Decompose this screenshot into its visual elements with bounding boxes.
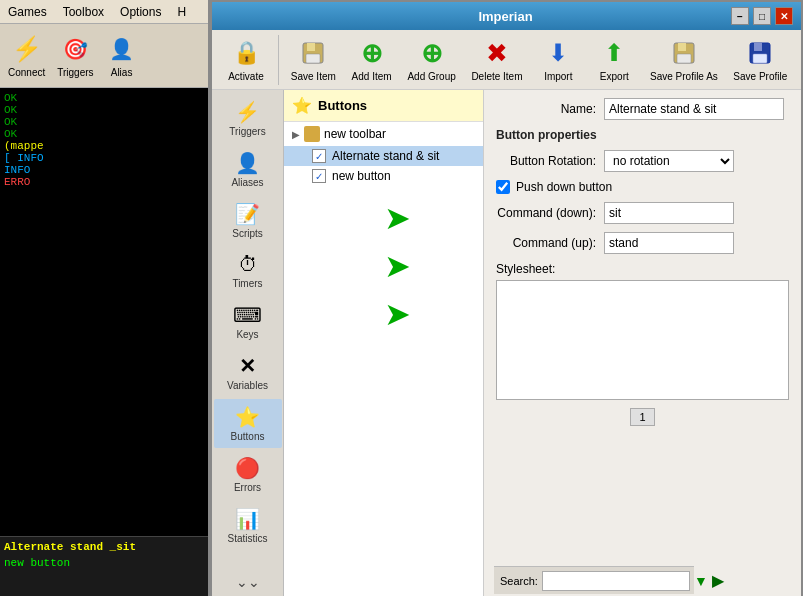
name-input[interactable]: [604, 98, 784, 120]
rotation-row: Button Rotation: no rotation clockwise c…: [496, 150, 789, 172]
sidebar-item-timers[interactable]: ⏱ Timers: [214, 247, 282, 295]
terminal-status: Alternate stand _sit new button: [0, 536, 208, 596]
pagination: 1: [496, 408, 789, 426]
stylesheet-label: Stylesheet:: [496, 262, 789, 276]
menu-toolbox[interactable]: Toolbox: [63, 5, 104, 19]
delete-item-button[interactable]: ✖ Delete Item: [466, 33, 529, 86]
sidebar-item-scripts[interactable]: 📝 Scripts: [214, 196, 282, 245]
properties-panel: Name: Button properties Button Rotation:…: [484, 90, 801, 596]
add-item-button[interactable]: ⊕ Add Item: [346, 33, 398, 86]
tree-item-1-label: new button: [332, 169, 391, 183]
status-line-2: new button: [4, 557, 204, 569]
tree-panel: ⭐ Buttons ▶ new toolbar ✓ Alternate stan…: [284, 90, 484, 596]
alias-button[interactable]: 👤 Alias: [106, 33, 138, 78]
push-down-label: Push down button: [516, 180, 612, 194]
save-profile-button[interactable]: Save Profile: [728, 33, 793, 86]
tree-group-label: new toolbar: [324, 127, 386, 141]
cmd-down-label: Command (down):: [496, 206, 596, 220]
page-1-button[interactable]: 1: [630, 408, 654, 426]
stylesheet-textarea[interactable]: [496, 280, 789, 400]
menu-h[interactable]: H: [177, 5, 186, 19]
sidebar-item-keys[interactable]: ⌨ Keys: [214, 297, 282, 346]
cmd-up-label: Command (up):: [496, 236, 596, 250]
cmd-down-input[interactable]: [604, 202, 734, 224]
name-label: Name:: [496, 102, 596, 116]
sidebar-nav: ⚡ Triggers 👤 Aliases 📝 Scripts ⏱ Timers …: [212, 90, 284, 596]
tree-item-0-checkbox[interactable]: ✓: [312, 149, 326, 163]
tree-item-1-checkbox[interactable]: ✓: [312, 169, 326, 183]
rotation-label: Button Rotation:: [496, 154, 596, 168]
stylesheet-row: Stylesheet:: [496, 262, 789, 400]
push-down-checkbox[interactable]: [496, 180, 510, 194]
terminal-menubar: Games Toolbox Options H: [0, 0, 208, 24]
svg-rect-5: [677, 54, 691, 63]
main-window: Imperian − □ ✕ 🔒 Activate Save Item: [210, 0, 803, 596]
name-row: Name:: [496, 98, 789, 120]
titlebar-controls: − □ ✕: [731, 7, 793, 25]
connect-button[interactable]: ⚡ Connect: [8, 33, 45, 78]
cmd-down-row: Command (down):: [496, 202, 789, 224]
tree-item-0-label: Alternate stand & sit: [332, 149, 439, 163]
sidebar-item-buttons[interactable]: ⭐ Buttons: [214, 399, 282, 448]
minimize-button[interactable]: −: [731, 7, 749, 25]
export-button[interactable]: ⬆ Export: [588, 33, 640, 86]
import-button[interactable]: ⬇ Import: [532, 33, 584, 86]
maximize-button[interactable]: □: [753, 7, 771, 25]
add-group-button[interactable]: ⊕ Add Group: [402, 33, 462, 86]
menu-games[interactable]: Games: [8, 5, 47, 19]
sidebar-item-variables[interactable]: ✕ Variables: [214, 348, 282, 397]
toolbar-sep-1: [278, 35, 279, 85]
svg-rect-1: [307, 43, 315, 51]
svg-rect-4: [678, 43, 686, 51]
cmd-up-input[interactable]: [604, 232, 734, 254]
tree-group-folder-icon: [304, 126, 320, 142]
terminal-toolbar: ⚡ Connect 🎯 Triggers 👤 Alias: [0, 24, 208, 88]
svg-rect-8: [753, 54, 767, 63]
tree-group-arrow-icon: ▶: [292, 129, 300, 140]
sidebar-collapse-button[interactable]: ⌄⌄: [228, 566, 268, 596]
close-button[interactable]: ✕: [775, 7, 793, 25]
window-title: Imperian: [280, 9, 731, 24]
terminal-panel: Games Toolbox Options H ⚡ Connect 🎯 Trig…: [0, 0, 210, 596]
menu-options[interactable]: Options: [120, 5, 161, 19]
svg-rect-2: [306, 54, 320, 63]
tree-header: ⭐ Buttons: [284, 90, 483, 122]
tree-item-1[interactable]: ✓ new button: [284, 166, 483, 186]
tree-group[interactable]: ▶ new toolbar: [284, 122, 483, 146]
save-item-button[interactable]: Save Item: [285, 33, 342, 86]
content-area: ⚡ Triggers 👤 Aliases 📝 Scripts ⏱ Timers …: [212, 90, 801, 596]
save-profile-as-button[interactable]: Save Profile As: [644, 33, 723, 86]
sidebar-item-triggers[interactable]: ⚡ Triggers: [214, 94, 282, 143]
sidebar-item-statistics[interactable]: 📊 Statistics: [214, 501, 282, 550]
activate-button[interactable]: 🔒 Activate: [220, 33, 272, 86]
rotation-select[interactable]: no rotation clockwise counter-clockwise: [604, 150, 734, 172]
tree-star-icon: ⭐: [292, 96, 312, 115]
tree-header-label: Buttons: [318, 98, 367, 113]
tree-item-0[interactable]: ✓ Alternate stand & sit: [284, 146, 483, 166]
window-titlebar: Imperian − □ ✕: [212, 2, 801, 30]
push-down-row: Push down button: [496, 180, 789, 194]
main-toolbar: 🔒 Activate Save Item ⊕ Add Item ⊕: [212, 30, 801, 90]
status-line-1: Alternate stand _sit: [4, 541, 204, 553]
sidebar-item-errors[interactable]: 🔴 Errors: [214, 450, 282, 499]
sidebar-item-aliases[interactable]: 👤 Aliases: [214, 145, 282, 194]
terminal-output: OK OK OK OK (mappe [ INFO INFO ERRO: [0, 88, 208, 536]
cmd-up-row: Command (up):: [496, 232, 789, 254]
svg-rect-7: [754, 43, 762, 51]
button-properties-title: Button properties: [496, 128, 789, 142]
triggers-button[interactable]: 🎯 Triggers: [57, 33, 93, 78]
